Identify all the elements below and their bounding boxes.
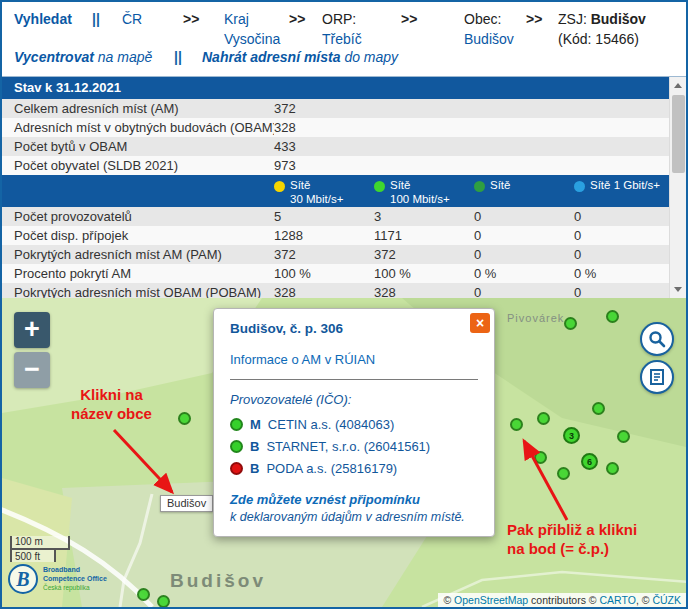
osm-link[interactable]: OpenStreetMap xyxy=(454,594,528,606)
popup-title: Budišov, č. p. 306 xyxy=(230,321,478,336)
provider-status-dot-icon xyxy=(230,440,243,453)
table-row: Pokrytých adresních míst OBAM (POBAM)328… xyxy=(2,283,686,298)
search-icon xyxy=(648,330,666,348)
row-value: 3 xyxy=(374,207,474,226)
nav-cr-link[interactable]: ČR xyxy=(122,10,142,30)
speed-col-300: Sítě xyxy=(474,175,574,207)
address-point-marker[interactable] xyxy=(557,467,570,480)
provider-status-dot-icon xyxy=(230,462,243,475)
orp-label: ORP: xyxy=(322,11,356,27)
row-value: 100 % xyxy=(374,264,474,283)
row-value: 372 xyxy=(274,245,374,264)
speed-100-dot-icon xyxy=(374,181,385,192)
map-report-button[interactable] xyxy=(640,360,674,394)
row-label: Počet disp. přípojek xyxy=(14,226,274,245)
ruian-info-link[interactable]: Informace o AM v RÚIAN xyxy=(230,352,478,367)
address-point-marker[interactable] xyxy=(137,588,150,601)
breadcrumb: Vyhledat || ČR >> KrajVysočina >> ORP:Tř… xyxy=(2,2,686,76)
address-point-marker[interactable] xyxy=(537,412,550,425)
cuzk-link[interactable]: ČÚZK xyxy=(652,594,681,606)
row-label: Počet provozovatelů xyxy=(14,207,274,226)
table-row: Počet disp. přípojek1288117100 xyxy=(2,226,686,245)
address-point-marker[interactable] xyxy=(564,317,577,330)
map[interactable]: Budišov Pivovárek 3 6 Budišov Klikni na xyxy=(2,298,686,607)
popup-close-button[interactable]: × xyxy=(470,313,490,333)
cluster-marker[interactable]: 6 xyxy=(581,453,598,470)
row-value: 1171 xyxy=(374,226,474,245)
table-row: Pokrytých adresních míst AM (PAM)3723720… xyxy=(2,245,686,264)
speed-col-100: Sítě100 Mbit/s+ xyxy=(374,175,474,207)
row-value: 433 xyxy=(274,137,374,156)
row-value: 100 % xyxy=(274,264,374,283)
row-label: Počet obyvatel (SLDB 2021) xyxy=(14,156,274,175)
nav-orp-trebic-link[interactable]: Třebíč xyxy=(322,31,362,47)
address-point-marker[interactable] xyxy=(606,462,619,475)
speed-300-dot-icon xyxy=(474,181,485,192)
table-row: Celkem adresních míst (AM)372 xyxy=(2,99,686,118)
row-value: 5 xyxy=(274,207,374,226)
providers-heading: Provozovatelé (IČO): xyxy=(230,392,478,407)
zsj-name: Budišov xyxy=(591,11,646,27)
row-label: Celkem adresních míst (AM) xyxy=(14,99,274,118)
crumb-zsj: ZSJ: Budišov(Kód: 15466) xyxy=(558,10,646,49)
speed-30-dot-icon xyxy=(274,181,285,192)
map-popup: × Budišov, č. p. 306 Informace o AM v RÚ… xyxy=(213,308,495,537)
row-value: 1288 xyxy=(274,226,374,245)
address-point-marker[interactable] xyxy=(534,451,547,464)
row-value: 328 xyxy=(374,283,474,298)
load-address-points-link[interactable]: Nahrát adresní místa do mapy xyxy=(202,48,398,68)
center-on-map-link[interactable]: Vycentrovat na mapě xyxy=(14,48,152,68)
row-value: 973 xyxy=(274,156,374,175)
separator: || xyxy=(92,10,100,30)
address-point-marker[interactable] xyxy=(592,402,605,415)
row-value: 372 xyxy=(374,245,474,264)
nav-obec-budisov-link[interactable]: Budišov xyxy=(464,31,514,47)
town-name-label: Budišov xyxy=(170,570,266,592)
provider-row: BSTARNET, s.r.o. (26041561) xyxy=(230,439,478,454)
address-point-marker[interactable] xyxy=(178,412,191,425)
row-label: Adresních míst v obytných budovách (OBAM… xyxy=(14,118,274,137)
row-label: Procento pokrytí AM xyxy=(14,264,274,283)
scroll-up-button[interactable] xyxy=(670,77,686,94)
scrollbar-thumb[interactable] xyxy=(672,95,685,173)
zoom-in-button[interactable]: + xyxy=(14,312,50,348)
comment-link-subtext: k deklarovaným údajům v adresním místě. xyxy=(230,510,478,524)
row-value: 0 xyxy=(474,207,574,226)
carto-link[interactable]: CARTO xyxy=(600,594,636,606)
annotation-zoom-click-point: Pak přibliž a kliknina bod (= č.p.) xyxy=(507,521,637,559)
address-point-marker[interactable] xyxy=(510,418,523,431)
zsj-code: (Kód: 15466) xyxy=(558,31,639,47)
obec-label: Obec: xyxy=(464,11,501,27)
cluster-marker[interactable]: 3 xyxy=(563,427,580,444)
row-label: Pokrytých adresních míst AM (PAM) xyxy=(14,245,274,264)
map-attribution: © OpenStreetMap contributors © CARTO, © … xyxy=(438,593,686,607)
row-value: 0 xyxy=(474,226,574,245)
nav-vyhledat-link[interactable]: Vyhledat xyxy=(14,10,72,30)
map-scale: 100 m 500 ft xyxy=(10,536,70,562)
address-point-marker[interactable] xyxy=(617,430,630,443)
chevron-separator: >> xyxy=(183,10,199,30)
nav-kraj-link[interactable]: KrajVysočina xyxy=(224,10,280,49)
chevron-separator: >> xyxy=(401,10,417,30)
scale-imperial: 500 ft xyxy=(10,548,56,562)
village-name-label[interactable]: Budišov xyxy=(160,495,213,512)
bco-logo: B Broadband Competence Office Česká repu… xyxy=(8,564,107,594)
row-value: 0 xyxy=(474,245,574,264)
scroll-down-button[interactable] xyxy=(670,281,686,298)
table-scrollbar[interactable] xyxy=(669,77,686,298)
report-form-icon xyxy=(648,368,666,386)
provider-row: BPODA a.s. (25816179) xyxy=(230,461,478,476)
speed-1g-dot-icon xyxy=(574,181,585,192)
provider-status-dot-icon xyxy=(230,418,243,431)
address-point-marker[interactable] xyxy=(157,595,170,607)
address-point-marker[interactable] xyxy=(606,310,619,323)
map-search-button[interactable] xyxy=(640,322,674,356)
bco-logo-emblem: B xyxy=(8,564,38,594)
zoom-out-button[interactable]: − xyxy=(14,352,50,388)
table-row: Počet provozovatelů5300 xyxy=(2,207,686,226)
row-label: Pokrytých adresních míst OBAM (POBAM) xyxy=(14,283,274,298)
status-header: Stav k 31.12.2021 xyxy=(2,77,686,99)
submit-comment-link[interactable]: Zde můžete vznést připomínku xyxy=(230,492,478,507)
row-value: 328 xyxy=(274,118,374,137)
table-row: Počet bytů v OBAM433 xyxy=(2,137,686,156)
